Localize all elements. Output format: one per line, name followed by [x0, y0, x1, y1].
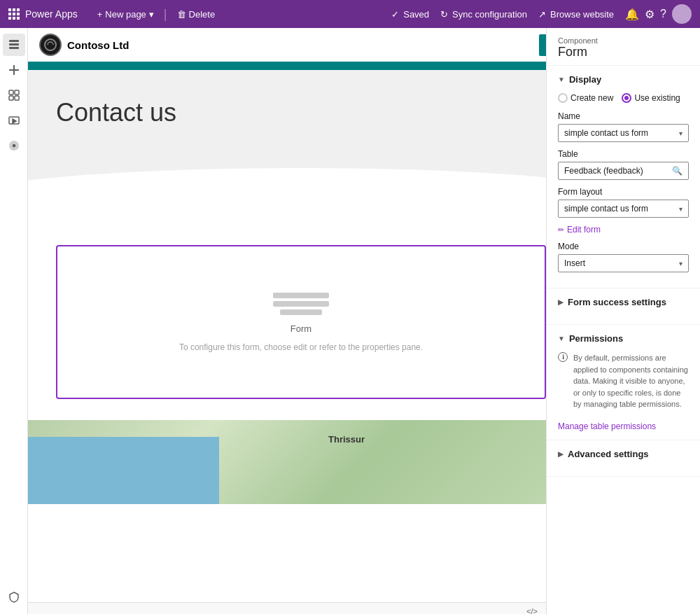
- svg-rect-5: [9, 96, 13, 100]
- panel-form-title: Form: [558, 45, 689, 60]
- main-layout: Contoso Ltd ☰ Contact us: [0, 28, 700, 614]
- canvas-area[interactable]: Contoso Ltd ☰ Contact us: [28, 28, 546, 614]
- map-inner: Thrissur: [28, 420, 546, 504]
- canvas-content: Contoso Ltd ☰ Contact us: [28, 28, 546, 602]
- use-existing-radio-circle: [622, 93, 631, 103]
- map-city-label: Thrissur: [328, 434, 365, 445]
- mode-chevron-icon: ▾: [679, 260, 682, 267]
- teal-accent-bar: [28, 64, 546, 70]
- bottom-bar: </>: [28, 602, 546, 614]
- name-dropdown[interactable]: simple contact us form ▾: [558, 124, 689, 142]
- map-section: Thrissur: [28, 420, 546, 504]
- svg-rect-3: [9, 90, 13, 95]
- sync-icon: ↻: [440, 9, 448, 20]
- manage-permissions-link[interactable]: Manage table permissions: [558, 421, 689, 431]
- form-icon-line-1: [273, 293, 329, 298]
- table-search-field[interactable]: Feedback (feedback) 🔍: [558, 162, 689, 180]
- hamburger-button[interactable]: ☰: [539, 34, 546, 56]
- form-success-section: Form success settings: [547, 288, 700, 325]
- permissions-header[interactable]: Permissions: [558, 333, 689, 344]
- form-icon-line-2: [273, 301, 329, 307]
- sidebar-icon-components[interactable]: [3, 84, 25, 106]
- sync-button[interactable]: ↻ Sync configuration: [440, 9, 527, 20]
- site-name: Contoso Ltd: [67, 39, 129, 51]
- form-icon-line-3: [280, 309, 322, 315]
- topbar-actions: + New page ▾ | 🗑 Delete: [92, 6, 220, 22]
- permissions-section: Permissions ℹ By default, permissions ar…: [547, 325, 700, 440]
- profile-avatar[interactable]: [672, 4, 692, 24]
- right-panel: Component Form Display Create new Use ex…: [546, 28, 700, 614]
- topbar-icon-group: 🔔 ⚙ ?: [625, 4, 692, 24]
- map-water: [28, 437, 219, 504]
- sidebar-icon-settings[interactable]: [3, 134, 25, 157]
- form-success-label: Form success settings: [568, 297, 666, 307]
- advanced-label: Advanced settings: [568, 449, 649, 459]
- saved-status: ✓ Saved: [391, 9, 429, 20]
- new-page-button[interactable]: + New page ▾: [92, 6, 160, 22]
- svg-point-8: [12, 144, 15, 148]
- permissions-label: Permissions: [569, 333, 623, 344]
- form-layout-label: Form layout: [558, 187, 689, 197]
- sidebar-icon-media[interactable]: [3, 109, 25, 132]
- sidebar: [0, 28, 28, 614]
- sidebar-icon-permissions[interactable]: [3, 586, 25, 608]
- svg-rect-1: [9, 43, 19, 46]
- delete-icon: 🗑: [177, 9, 186, 20]
- site-header: Contoso Ltd ☰: [28, 28, 546, 64]
- form-placeholder[interactable]: Form To configure this form, choose edit…: [56, 245, 546, 399]
- section-divider: [28, 196, 546, 224]
- radio-group: Create new Use existing: [558, 93, 689, 103]
- code-toggle[interactable]: </>: [526, 607, 538, 615]
- hero-title: Contact us: [56, 98, 546, 127]
- form-subcaption: To configure this form, choose edit or r…: [179, 342, 423, 352]
- logo-icon: [39, 34, 62, 56]
- panel-component-label: Component: [558, 36, 689, 45]
- svg-rect-6: [15, 96, 19, 100]
- form-success-chevron: [558, 298, 564, 306]
- name-chevron-icon: ▾: [679, 130, 682, 137]
- site-logo: Contoso Ltd: [39, 34, 129, 56]
- edit-form-link[interactable]: Edit form: [558, 225, 689, 235]
- chevron-down-icon: ▾: [149, 9, 154, 20]
- mode-dropdown[interactable]: Insert ▾: [558, 254, 689, 272]
- svg-point-9: [45, 39, 56, 50]
- search-icon: 🔍: [672, 166, 682, 176]
- advanced-section: Advanced settings: [547, 440, 700, 477]
- topbar-right: ✓ Saved ↻ Sync configuration ↗ Browse we…: [391, 4, 692, 24]
- permissions-chevron: [558, 335, 565, 342]
- external-link-icon: ↗: [538, 9, 546, 20]
- app-logo: Power Apps: [8, 8, 78, 20]
- svg-rect-2: [9, 47, 19, 49]
- sidebar-icon-pages[interactable]: [3, 34, 25, 56]
- svg-rect-4: [15, 90, 19, 95]
- permissions-info-text: By default, permissions are applied to c…: [573, 352, 689, 410]
- form-layout-chevron-icon: ▾: [679, 205, 682, 213]
- settings-icon[interactable]: ⚙: [645, 8, 654, 21]
- display-section: Display Create new Use existing Name sim…: [547, 66, 700, 288]
- use-existing-radio[interactable]: Use existing: [622, 93, 680, 103]
- app-name: Power Apps: [25, 8, 78, 20]
- sidebar-icon-add[interactable]: [3, 59, 25, 81]
- browse-button[interactable]: ↗ Browse website: [538, 9, 614, 20]
- create-new-radio[interactable]: Create new: [558, 93, 613, 103]
- topbar: Power Apps + New page ▾ | 🗑 Delete ✓ Sav…: [0, 0, 700, 28]
- display-chevron: [558, 76, 565, 83]
- panel-header: Component Form: [547, 28, 700, 66]
- form-layout-dropdown[interactable]: simple contact us form ▾: [558, 200, 689, 218]
- permissions-info-container: ℹ By default, permissions are applied to…: [558, 352, 689, 416]
- notification-icon[interactable]: 🔔: [625, 8, 639, 21]
- info-icon: ℹ: [558, 352, 568, 362]
- delete-button[interactable]: 🗑 Delete: [172, 6, 221, 22]
- form-section[interactable]: Form To configure this form, choose edit…: [28, 224, 546, 420]
- hero-section: Contact us: [28, 70, 546, 196]
- form-success-header[interactable]: Form success settings: [558, 297, 689, 307]
- name-field-label: Name: [558, 111, 689, 121]
- help-icon[interactable]: ?: [660, 8, 666, 20]
- display-section-header[interactable]: Display: [558, 74, 689, 85]
- form-caption: Form: [290, 323, 312, 334]
- check-icon: ✓: [391, 9, 399, 20]
- plus-icon: +: [97, 9, 103, 20]
- grid-icon: [8, 8, 20, 20]
- create-new-radio-circle: [558, 93, 568, 103]
- advanced-header[interactable]: Advanced settings: [558, 449, 689, 459]
